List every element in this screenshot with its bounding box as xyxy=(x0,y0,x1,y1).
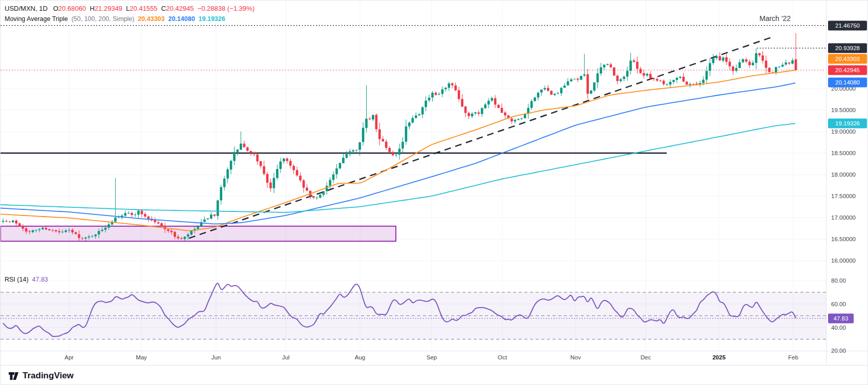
rsi-value: 47.83 xyxy=(32,276,48,283)
rsi-indicator-legend[interactable]: RSI (14) 47.83 xyxy=(5,276,48,283)
time-axis-label[interactable]: Feb xyxy=(788,354,798,360)
price-tick-label: 16.00000 xyxy=(831,258,856,264)
time-axis-label[interactable]: Dec xyxy=(641,354,651,360)
time-axis-label[interactable]: Nov xyxy=(570,354,581,360)
time-axis-label[interactable]: Apr xyxy=(65,354,74,360)
price-axis-badge: 19.19326 xyxy=(828,118,867,128)
price-tick-label: 18.00000 xyxy=(831,172,856,178)
candlestick-series xyxy=(2,33,797,242)
rsi-title[interactable]: RSI xyxy=(5,276,15,283)
time-axis-label[interactable]: 2025 xyxy=(712,354,726,360)
time-axis-label[interactable]: Jul xyxy=(282,354,290,360)
price-axis-separator xyxy=(826,1,827,365)
time-axis-label[interactable]: Jun xyxy=(211,354,221,360)
price-tick-label: 19.00000 xyxy=(831,129,856,135)
price-tick-label: 19.50000 xyxy=(831,107,856,113)
tradingview-brand-text: TradingView xyxy=(23,371,74,381)
ascending-trendline[interactable] xyxy=(189,37,771,238)
tradingview-logo-icon xyxy=(9,372,19,380)
price-tick-label: 17.00000 xyxy=(831,215,856,221)
price-axis-badge: 20.43303 xyxy=(828,54,867,63)
ma-line-50[interactable] xyxy=(1,70,795,230)
price-axis-badge: 21.46750 xyxy=(828,20,867,30)
time-axis-label[interactable]: May xyxy=(136,354,147,360)
tradingview-chart-widget: USD/MXN, 1D O20.68060 H21.29349 L20.4155… xyxy=(0,0,868,385)
rsi-params: (14) xyxy=(17,276,28,283)
time-axis-label[interactable]: Oct xyxy=(498,354,507,360)
rsi-tick-label: 60.00 xyxy=(831,301,846,307)
trendline-annotation-label[interactable]: March '22 xyxy=(739,14,791,23)
time-axis-label[interactable]: Aug xyxy=(355,354,365,360)
rsi-tick-label: 40.00 xyxy=(831,325,846,331)
rsi-tick-label: 80.00 xyxy=(831,277,846,284)
price-axis-badge: 20.93928 xyxy=(828,44,867,53)
price-tick-label: 18.50000 xyxy=(831,150,856,156)
tradingview-brand[interactable]: TradingView xyxy=(9,371,74,381)
rsi-tick-label: 20.00 xyxy=(831,348,846,354)
ma-line-200[interactable] xyxy=(1,123,795,212)
price-axis-badge: 20.14080 xyxy=(828,78,867,88)
time-axis-label[interactable]: Sep xyxy=(427,354,437,360)
chart-footer: TradingView xyxy=(1,365,868,385)
price-tick-label: 16.50000 xyxy=(831,236,856,242)
time-axis-separator xyxy=(1,351,868,351)
chart-canvas[interactable] xyxy=(1,1,868,365)
rsi-axis-badge: 47.83 xyxy=(828,313,854,323)
price-tick-label: 17.50000 xyxy=(831,193,856,199)
price-axis-badge: 20.42945 xyxy=(828,65,867,75)
